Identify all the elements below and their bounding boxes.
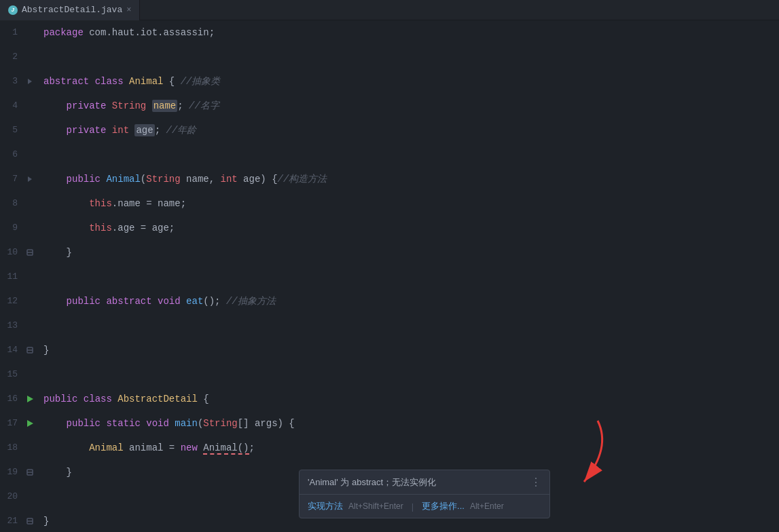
code-line-15: 15 — [0, 362, 779, 387]
code-line-16: 16public class AbstractDetail { — [0, 387, 779, 411]
line-number-11: 11 — [0, 265, 23, 289]
svg-marker-6 — [27, 396, 33, 402]
line-content-4: private String name; //名字 — [37, 94, 779, 118]
code-line-10: 10 } — [0, 240, 779, 265]
code-line-12: 12 public abstract void eat(); //抽象方法 — [0, 289, 779, 314]
line-number-1: 1 — [0, 20, 23, 45]
error-popup: 'Animal' 为 abstract；无法实例化 ⋮ 实现方法 Alt+Shi… — [299, 470, 550, 518]
line-number-3: 3 — [0, 69, 23, 94]
line-number-9: 9 — [0, 216, 23, 240]
tab-close-icon[interactable]: × — [126, 5, 131, 15]
tab-abstract-detail[interactable]: J AbstractDetail.java × — [0, 0, 140, 20]
error-message: 'Animal' 为 abstract；无法实例化 — [308, 476, 436, 489]
code-line-1: 1package com.haut.iot.assassin; — [0, 20, 779, 45]
line-number-2: 2 — [0, 45, 23, 69]
line-number-21: 21 — [0, 509, 23, 532]
line-content-10: } — [37, 240, 779, 265]
fold-icon-line-21[interactable] — [23, 517, 37, 525]
error-popup-actions: 实现方法 Alt+Shift+Enter | 更多操作... Alt+Enter — [300, 495, 549, 518]
code-line-13: 13 — [0, 314, 779, 338]
line-number-12: 12 — [0, 289, 23, 314]
line-content-1: package com.haut.iot.assassin; — [37, 20, 779, 45]
more-actions-link[interactable]: 更多操作... — [422, 500, 465, 512]
svg-marker-7 — [27, 420, 33, 427]
run-icon-line-17[interactable] — [23, 419, 37, 428]
error-popup-header: 'Animal' 为 abstract；无法实例化 ⋮ — [300, 470, 549, 495]
line-number-5: 5 — [0, 118, 23, 142]
line-content-16: public class AbstractDetail { — [37, 387, 779, 411]
code-line-4: 4 private String name; //名字 — [0, 94, 779, 118]
implement-methods-link[interactable]: 实现方法 — [308, 500, 343, 512]
code-line-2: 2 — [0, 45, 779, 69]
code-line-3: 3abstract class Animal { //抽象类 — [0, 69, 779, 94]
code-line-14: 14} — [0, 338, 779, 362]
run-icon-line-16[interactable] — [23, 395, 37, 403]
code-area[interactable]: 1package com.haut.iot.assassin;23abstrac… — [0, 20, 779, 532]
line-number-18: 18 — [0, 436, 23, 460]
line-content-12: public abstract void eat(); //抽象方法 — [37, 289, 779, 314]
fold-icon-line-14[interactable] — [23, 346, 37, 354]
code-line-9: 9 this.age = age; — [0, 216, 779, 240]
code-line-8: 8 this.name = name; — [0, 191, 779, 216]
line-number-14: 14 — [0, 338, 23, 362]
code-line-7: 7 public Animal(String name, int age) {/… — [0, 167, 779, 191]
line-number-10: 10 — [0, 240, 23, 265]
action-separator: | — [412, 501, 414, 512]
line-content-18: Animal animal = new Animal(); — [37, 436, 779, 460]
line-number-15: 15 — [0, 362, 23, 387]
fold-icon-line-19[interactable] — [23, 468, 37, 476]
code-line-6: 6 — [0, 142, 779, 167]
line-number-16: 16 — [0, 387, 23, 411]
line-number-13: 13 — [0, 314, 23, 338]
error-popup-dots[interactable]: ⋮ — [530, 476, 541, 489]
svg-marker-1 — [28, 176, 32, 182]
fold-icon-line-10[interactable] — [23, 248, 37, 256]
more-actions-shortcut: Alt+Enter — [470, 501, 504, 511]
line-content-17: public static void main(String[] args) { — [37, 411, 779, 436]
line-content-9: this.age = age; — [37, 216, 779, 240]
code-line-11: 11 — [0, 265, 779, 289]
fold-icon-line-3[interactable] — [23, 77, 37, 86]
line-content-14: } — [37, 338, 779, 362]
code-line-5: 5 private int age; //年龄 — [0, 118, 779, 142]
line-number-7: 7 — [0, 167, 23, 191]
editor-area: 1package com.haut.iot.assassin;23abstrac… — [0, 20, 779, 532]
lines-wrapper: 1package com.haut.iot.assassin;23abstrac… — [0, 20, 779, 532]
java-file-icon: J — [8, 5, 18, 15]
line-number-4: 4 — [0, 94, 23, 118]
line-number-19: 19 — [0, 460, 23, 484]
line-number-6: 6 — [0, 142, 23, 167]
line-content-8: this.name = name; — [37, 191, 779, 216]
line-content-3: abstract class Animal { //抽象类 — [37, 69, 779, 94]
svg-marker-0 — [28, 79, 32, 84]
line-number-8: 8 — [0, 191, 23, 216]
tab-bar: J AbstractDetail.java × — [0, 0, 779, 20]
code-line-17: 17 public static void main(String[] args… — [0, 411, 779, 436]
line-number-20: 20 — [0, 484, 23, 509]
line-number-17: 17 — [0, 411, 23, 436]
code-line-18: 18 Animal animal = new Animal(); — [0, 436, 779, 460]
line-content-5: private int age; //年龄 — [37, 118, 779, 142]
tab-filename: AbstractDetail.java — [22, 5, 122, 15]
line-content-7: public Animal(String name, int age) {//构… — [37, 167, 779, 191]
implement-shortcut: Alt+Shift+Enter — [348, 501, 403, 511]
fold-icon-line-7[interactable] — [23, 175, 37, 183]
